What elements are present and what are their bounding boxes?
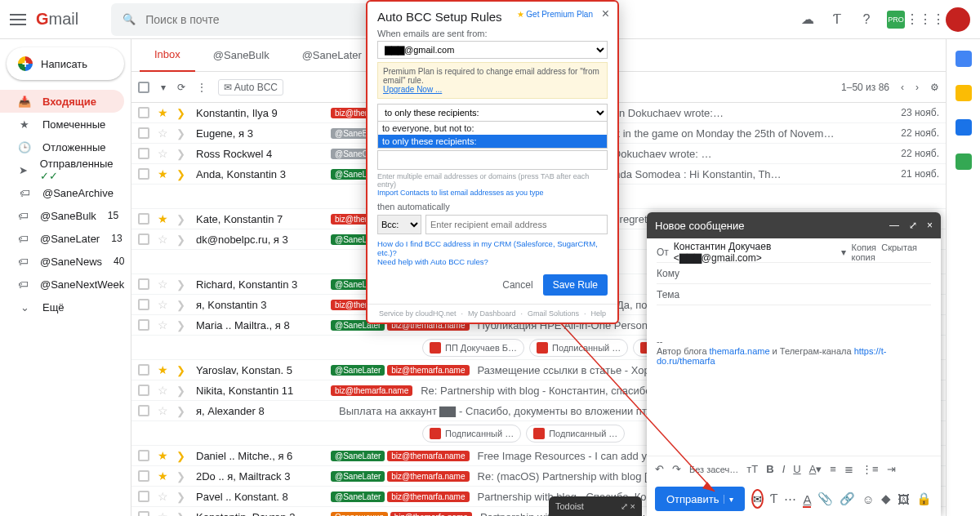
row-checkbox[interactable] bbox=[138, 470, 149, 482]
label-tag[interactable]: @SaneLater bbox=[331, 365, 385, 376]
star-icon[interactable]: ★ bbox=[158, 167, 168, 180]
from-email-select[interactable]: ▇▇▇@gmail.com bbox=[377, 41, 608, 59]
star-icon[interactable]: ☆ bbox=[158, 233, 168, 246]
tab-@SaneBulk[interactable]: @SaneBulk bbox=[198, 39, 284, 72]
row-checkbox[interactable] bbox=[138, 107, 149, 118]
label-tag[interactable]: @SaneLater bbox=[331, 451, 385, 461]
nav-Отправленные[interactable]: ➤Отправленные ✓✓ bbox=[0, 158, 124, 181]
recipients-input[interactable] bbox=[377, 150, 608, 170]
help-icon[interactable]: ? bbox=[858, 11, 875, 29]
font-size-icon[interactable]: тТ bbox=[746, 463, 758, 475]
highlighted-bcc-icon[interactable]: ✉ bbox=[751, 489, 764, 509]
importance-icon[interactable]: ❯ bbox=[176, 107, 188, 119]
cancel-button[interactable]: Cancel bbox=[502, 279, 532, 291]
star-icon[interactable]: ★ bbox=[158, 106, 168, 119]
image-icon[interactable]: 🖼 bbox=[898, 492, 910, 506]
close-icon[interactable]: × bbox=[602, 7, 609, 21]
attach-icon[interactable]: 📎 bbox=[817, 492, 833, 506]
importance-icon[interactable]: ❯ bbox=[176, 319, 188, 331]
attachment-chip[interactable]: Подписанный … bbox=[526, 425, 625, 443]
redo-icon[interactable]: ↷ bbox=[672, 463, 681, 475]
star-icon[interactable]: ☆ bbox=[158, 127, 168, 140]
settings-gear-icon[interactable]: ⚙ bbox=[930, 82, 939, 93]
select-dropdown-icon[interactable]: ▾ bbox=[161, 82, 166, 93]
bcc-email-input[interactable] bbox=[425, 215, 608, 234]
nav-@SaneArchive[interactable]: 🏷@SaneArchive bbox=[0, 181, 124, 204]
save-rule-button[interactable]: Save Rule bbox=[543, 274, 608, 296]
importance-icon[interactable]: ❯ bbox=[176, 364, 188, 376]
row-checkbox[interactable] bbox=[138, 213, 149, 225]
select-all-checkbox[interactable] bbox=[138, 82, 149, 93]
importance-icon[interactable]: ❯ bbox=[176, 213, 188, 225]
font-select[interactable]: Без засеч… bbox=[689, 465, 738, 474]
row-checkbox[interactable] bbox=[138, 491, 149, 502]
todoist-expand-icon[interactable]: ⤢ × bbox=[621, 501, 635, 512]
apps-icon[interactable]: PRO bbox=[887, 11, 905, 29]
nav-@SaneBulk[interactable]: 🏷@SaneBulk15 bbox=[0, 204, 124, 227]
cc-link[interactable]: Копия bbox=[851, 242, 876, 252]
emoji-icon[interactable]: ☺ bbox=[862, 492, 874, 506]
importance-icon[interactable]: ❯ bbox=[176, 148, 188, 160]
importance-icon[interactable]: ❯ bbox=[176, 491, 188, 503]
help-link[interactable]: Help bbox=[591, 309, 607, 318]
ellipsis-icon[interactable]: ⋯ bbox=[784, 492, 796, 506]
compose-body[interactable]: -- Автор блога themarfa.name и Телеграм-… bbox=[647, 309, 941, 456]
import-contacts-link[interactable]: Import Contacts to list email addresses … bbox=[377, 189, 544, 197]
label-tag[interactable]: @SaneLater bbox=[331, 492, 385, 502]
nav-Помеченные[interactable]: ★Помеченные bbox=[0, 113, 124, 136]
subject-field[interactable]: Тема bbox=[657, 284, 931, 305]
label-tag[interactable]: biz@themarfa.name bbox=[387, 451, 469, 461]
attachment-chip[interactable]: Подписанный … bbox=[422, 425, 521, 443]
row-checkbox[interactable] bbox=[138, 299, 149, 310]
keep-icon[interactable] bbox=[956, 85, 972, 101]
nav-Входящие[interactable]: 📥Входящие bbox=[0, 90, 124, 113]
italic-icon[interactable]: I bbox=[782, 463, 786, 475]
importance-icon[interactable]: ❯ bbox=[176, 405, 188, 417]
send-button[interactable]: Отправить▾ bbox=[655, 487, 745, 511]
hamburger-menu[interactable] bbox=[10, 14, 26, 25]
tab-@SaneLater[interactable]: @SaneLater bbox=[287, 39, 376, 72]
star-icon[interactable]: ☆ bbox=[158, 510, 168, 516]
label-tag[interactable]: biz@themarfa.name bbox=[390, 512, 472, 517]
row-checkbox[interactable] bbox=[138, 511, 149, 516]
nav-@SaneNextWeek[interactable]: 🏷@SaneNextWeek bbox=[0, 273, 124, 296]
star-icon[interactable]: ☆ bbox=[158, 318, 168, 331]
option-everyone-but-not[interactable]: to everyone, but not to: bbox=[378, 122, 607, 135]
attachment-chip[interactable]: Подписанный … bbox=[529, 339, 628, 357]
crm-help-link[interactable]: How do I find BCC address in my CRM (Sal… bbox=[377, 239, 608, 257]
tasks-icon[interactable] bbox=[956, 119, 972, 136]
align-icon[interactable]: ≡ bbox=[830, 463, 836, 475]
option-only-these[interactable]: to only these recipients: bbox=[378, 135, 607, 148]
compose-button[interactable]: Написать bbox=[7, 47, 124, 80]
row-checkbox[interactable] bbox=[138, 450, 149, 461]
label-tag[interactable]: biz@themarfa.name bbox=[387, 471, 469, 482]
importance-icon[interactable]: ❯ bbox=[176, 278, 188, 291]
compose-header[interactable]: Новое сообщение — ⤢ × bbox=[647, 212, 941, 238]
minimize-icon[interactable]: — bbox=[889, 220, 899, 231]
cloudhq-icon[interactable]: ☁ bbox=[799, 11, 817, 29]
row-checkbox[interactable] bbox=[138, 385, 149, 396]
star-icon[interactable]: ☆ bbox=[158, 298, 168, 311]
star-icon[interactable]: ☆ bbox=[158, 147, 168, 160]
send-options-icon[interactable]: ▾ bbox=[724, 495, 733, 504]
star-icon[interactable]: ☆ bbox=[158, 278, 168, 291]
indent-icon[interactable]: ⇥ bbox=[887, 463, 896, 475]
row-checkbox[interactable] bbox=[138, 405, 149, 416]
label-tag[interactable]: biz@themarfa.name bbox=[331, 385, 412, 396]
formatting-icon[interactable]: Ƭ bbox=[770, 492, 777, 506]
star-icon[interactable]: ★ bbox=[158, 363, 168, 376]
label-tag[interactable]: Оповещения bbox=[331, 512, 388, 517]
row-checkbox[interactable] bbox=[138, 234, 149, 245]
attachment-chip[interactable]: ПП Докучаев Б… bbox=[422, 339, 524, 357]
expand-icon[interactable]: ⤢ bbox=[909, 220, 917, 231]
rules-help-link[interactable]: Need help with Auto BCC rules? bbox=[377, 257, 608, 266]
nav-Ещё[interactable]: ⌄Ещё bbox=[0, 296, 124, 318]
bullet-list-icon[interactable]: ⋮≡ bbox=[862, 463, 879, 475]
nav-@SaneLater[interactable]: 🏷@SaneLater13 bbox=[0, 227, 124, 250]
drive-icon[interactable]: ◆ bbox=[881, 492, 891, 506]
star-icon[interactable]: ★ bbox=[158, 449, 168, 462]
numbered-list-icon[interactable]: ≣ bbox=[844, 463, 853, 475]
lock-icon[interactable]: 🔒 bbox=[916, 492, 932, 506]
more-icon[interactable]: ⋮ bbox=[197, 82, 207, 93]
importance-icon[interactable]: ❯ bbox=[176, 168, 188, 180]
